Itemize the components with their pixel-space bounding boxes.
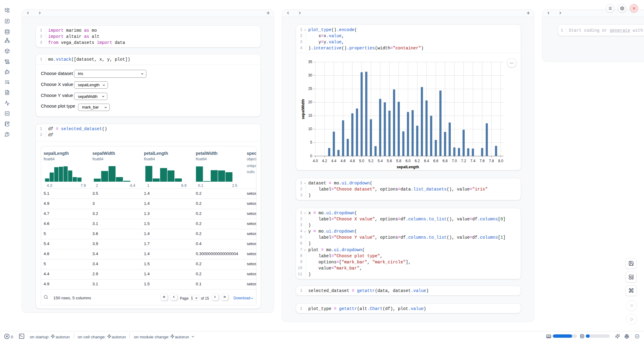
svg-text:6.2: 6.2	[415, 159, 420, 163]
svg-text:4.0: 4.0	[313, 159, 318, 163]
svg-text:4.2: 4.2	[322, 159, 327, 163]
svg-text:10: 10	[308, 127, 312, 131]
svg-text:8.0: 8.0	[498, 159, 503, 163]
svg-text:5.4: 5.4	[377, 159, 383, 163]
svg-text:7.8: 7.8	[489, 159, 494, 163]
svg-text:sepalWidth: sepalWidth	[301, 99, 305, 119]
svg-text:30: 30	[308, 73, 312, 77]
svg-text:5.2: 5.2	[368, 159, 374, 163]
svg-text:4.6: 4.6	[340, 159, 345, 163]
svg-text:4.8: 4.8	[350, 159, 355, 163]
svg-text:5.0: 5.0	[359, 159, 364, 163]
svg-text:15: 15	[308, 113, 312, 118]
svg-text:7.2: 7.2	[461, 159, 466, 163]
svg-text:20: 20	[308, 100, 312, 104]
svg-text:7.4: 7.4	[470, 159, 475, 163]
svg-text:sepalLength: sepalLength	[396, 165, 419, 169]
svg-text:0: 0	[310, 154, 312, 158]
svg-text:6.8: 6.8	[442, 159, 448, 163]
svg-text:35: 35	[308, 60, 312, 64]
svg-text:4.4: 4.4	[331, 159, 336, 163]
svg-text:25: 25	[308, 87, 312, 91]
svg-text:6.0: 6.0	[405, 159, 410, 163]
svg-text:7.0: 7.0	[452, 159, 457, 163]
svg-text:6.4: 6.4	[424, 159, 429, 163]
svg-text:5: 5	[310, 140, 312, 144]
svg-text:5.6: 5.6	[387, 159, 392, 163]
svg-text:7.6: 7.6	[479, 159, 485, 163]
svg-text:5.8: 5.8	[396, 159, 401, 163]
svg-text:6.6: 6.6	[433, 159, 438, 163]
